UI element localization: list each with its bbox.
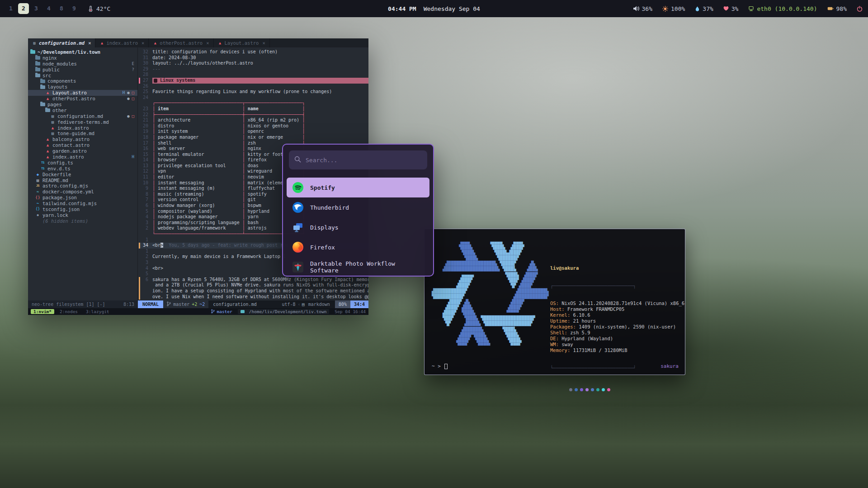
launcher-item-darktable[interactable]: Darktable Photo Workflow Software (287, 257, 429, 277)
tree-item-index.astro[interactable]: ▲index.astroH (28, 154, 137, 160)
tree-item-pages[interactable]: pages (28, 102, 137, 108)
tree-item-README.md[interactable]: ▤README.md (28, 178, 137, 183)
volume-module: 36% (633, 5, 652, 12)
color-palette (550, 388, 684, 391)
tree-item-src[interactable]: src (28, 73, 137, 79)
terminal-window: ▗▄▄▄ ▗▄▄▄▄ ▄▄▄▖ ▜███▙ ▜███▙ ▟███▛ ▜███▙ … (424, 229, 685, 375)
search-input[interactable] (306, 157, 422, 164)
buffer-line[interactable]: and a 2TB (Crucial P5 Plus) NVMe drive. … (138, 282, 368, 288)
buffer-line[interactable]: 24 (138, 95, 368, 101)
tree-item-Layout.astro[interactable]: ▲Layout.astroH●□ (28, 90, 137, 96)
tree-item-label: ~/Development/liv.town (38, 49, 100, 55)
launcher-item-displays[interactable]: Displays (287, 217, 429, 237)
shell-prompt[interactable]: ~ > sakura (432, 363, 679, 369)
buffer-line[interactable]: ove. I use Nix when I need software with… (138, 294, 368, 300)
tab-otherPost.astro[interactable]: ▲otherPost.astro× (149, 38, 213, 47)
close-icon[interactable]: × (88, 40, 91, 46)
tree-item-label: configuration.md (57, 113, 103, 119)
tree-item-config.ts[interactable]: TSconfig.ts (28, 160, 137, 166)
tree-item-label: nginx (42, 55, 57, 61)
tree-item-nodemodules[interactable]: node_modulesE (28, 61, 137, 67)
buffer-line[interactable]: 28 (138, 72, 368, 78)
astro-file-icon: ▲ (153, 41, 157, 45)
tree-item-otherPost.astro[interactable]: ▲otherPost.astro●□ (28, 96, 137, 102)
buffer-line[interactable]: ion. I have a setup consisting of Hyprla… (138, 288, 368, 294)
folder-icon (45, 108, 50, 112)
tab-Layout.astro[interactable]: ▲Layout.astro× (214, 38, 270, 47)
tree-item-nginx[interactable]: nginx (28, 55, 137, 61)
table-row[interactable]: 21│ architecture │ x86_64 (rip m2 pro) │ (138, 117, 368, 123)
buffer-line[interactable]: 22├────────────────────────────────┼────… (138, 112, 368, 118)
table-row[interactable]: 18│ package manager │ nix or emerge │ (138, 135, 368, 141)
tree-item-env.d.ts[interactable]: TSenv.d.ts (28, 166, 137, 172)
workspace-button-4[interactable]: 4 (43, 3, 54, 14)
tree-item-tone-guide.md[interactable]: ▤tone-guide.md (28, 131, 137, 136)
tmux-window-2:nodes[interactable]: 2:nodes (57, 309, 80, 314)
network-module: eth0 (10.0.0.140) (748, 5, 817, 12)
git-status-badge: ● (127, 96, 129, 102)
table-row[interactable]: 23│ item │ name │ (138, 106, 368, 112)
launcher-search[interactable] (289, 150, 427, 169)
tree-item-fediverse-terms.md[interactable]: ▤fediverse-terms.md (28, 119, 137, 125)
tree-item-Dockerfile[interactable]: ◆Dockerfile (28, 172, 137, 178)
tmux-window-3:lazygit[interactable]: 3:lazygit (83, 309, 112, 314)
workspace-button-9[interactable]: 9 (69, 3, 80, 14)
js-file-icon: JS (35, 183, 40, 189)
tab-index.astro[interactable]: ▲index.astro× (95, 38, 149, 47)
tree-item-public[interactable]: public? (28, 67, 137, 73)
buffer-line[interactable]: ┌────────────────────────────────┬──────… (138, 100, 368, 106)
tmux-window-1:nvim*[interactable]: 1:nvim* (31, 309, 54, 314)
folder-icon (40, 80, 45, 83)
close-icon[interactable]: × (262, 40, 265, 46)
json2-file-icon: {} (35, 206, 40, 212)
buffer-line[interactable]: 32title: configuration for devices i use… (138, 49, 368, 55)
workspace-button-2[interactable]: 2 (18, 3, 29, 14)
launcher-item-spotify[interactable]: Spotify (287, 178, 429, 197)
tree-item-configuration.md[interactable]: ▤configuration.md●□ (28, 113, 137, 119)
table-row[interactable]: 19│ init system │ openrc │ (138, 129, 368, 135)
tab-label: otherPost.astro (160, 40, 203, 46)
close-icon[interactable]: × (206, 40, 209, 46)
disk-value: 37% (703, 5, 713, 12)
workspace-button-1[interactable]: 1 (5, 3, 16, 14)
tree-item-label: pages (47, 102, 62, 108)
workspace-button-8[interactable]: 8 (56, 3, 67, 14)
git-status-badge: ● (127, 90, 129, 96)
file-encoding: utf-8 (280, 300, 298, 308)
launcher-item-firefox[interactable]: Firefox (287, 237, 429, 257)
tree-item-package.json[interactable]: {}package.json (28, 195, 137, 201)
git-changed-count: ~2 (199, 302, 205, 307)
tree-item-other[interactable]: other (28, 108, 137, 113)
tree-item-yarn.lock[interactable]: ●yarn.lock (28, 212, 137, 218)
buffer-line[interactable]: 31date: 2024-08-30 (138, 55, 368, 61)
tree-item-~Developmentliv.town[interactable]: ~/Development/liv.town (28, 49, 137, 55)
close-icon[interactable]: × (142, 40, 144, 46)
buffer-line[interactable]: 6sakura has a Ryzen 5 7640U, 32GB of DDR… (138, 277, 368, 283)
table-row[interactable]: 20│ distro │ nixos or gentoo │ (138, 123, 368, 129)
workspace-button-3[interactable]: 3 (31, 3, 42, 14)
power-module[interactable] (857, 6, 863, 12)
buffer-line[interactable]: 30layout: ../../layouts/otherPost.astro (138, 61, 368, 66)
tree-item-components[interactable]: components (28, 78, 137, 84)
tree-item-garden.astro[interactable]: ▲garden.astro (28, 148, 137, 154)
tree-item-contact.astro[interactable]: ▲contact.astro (28, 142, 137, 148)
fastfetch-info: liv@sakura ┌────────────────────────────… (550, 253, 684, 403)
tree-item-docker-compose.yml[interactable]: ≈docker-compose.yml (28, 189, 137, 195)
tree-item-tsconfig.json[interactable]: {}tsconfig.json (28, 206, 137, 212)
buffer-line[interactable]: 25Favorite things regarding Linux and my… (138, 89, 368, 95)
tree-item-label: config.ts (47, 160, 73, 166)
markdown-heading[interactable]: 27Linux systems (138, 78, 368, 84)
launcher-item-thunderbird[interactable]: Thunderbird (287, 197, 429, 217)
tree-item-label: README.md (42, 178, 68, 183)
buffer-line[interactable]: 26 (138, 84, 368, 89)
tree-item-index.astro[interactable]: ▲index.astro (28, 125, 137, 131)
buffer-line[interactable]: 29--- (138, 66, 368, 72)
tree-item-astro.config.mjs[interactable]: JSastro.config.mjs (28, 183, 137, 189)
tree-item-6hiddenitems[interactable]: (6 hidden items) (28, 218, 137, 224)
tmux-working-directory: /home/liv/Development/liv.town (238, 309, 330, 314)
tree-item-tailwind.config.mjs[interactable]: ~tailwind.config.mjs (28, 201, 137, 206)
tree-item-layouts[interactable]: layouts (28, 84, 137, 90)
tree-item-balcony.astro[interactable]: ▲balcony.astro (28, 136, 137, 142)
tab-configuration.md[interactable]: ▤configuration.md× (28, 38, 95, 47)
json-file-icon: {} (35, 195, 40, 201)
